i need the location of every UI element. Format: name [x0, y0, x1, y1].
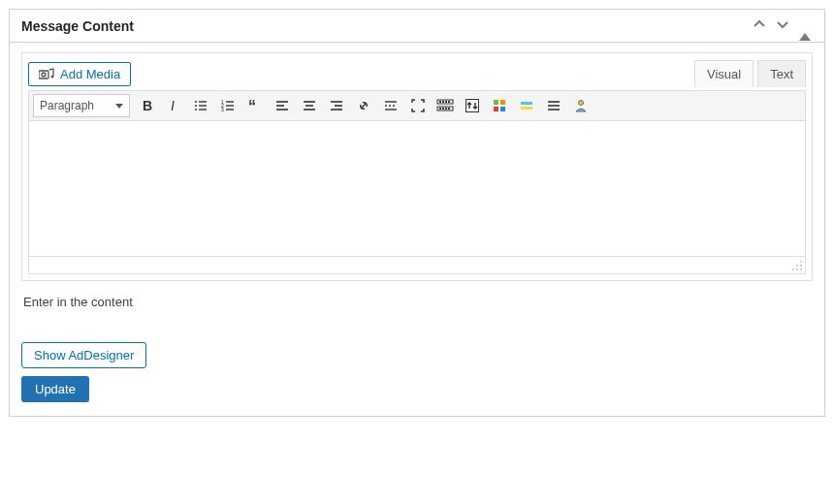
bold-icon: B: [140, 99, 153, 112]
fullscreen-button[interactable]: [407, 95, 429, 116]
editor-mode-tabs: Visual Text: [694, 59, 806, 86]
svg-text:“: “: [248, 98, 256, 114]
svg-rect-33: [445, 101, 447, 103]
update-button[interactable]: Update: [21, 376, 89, 402]
resize-grip-icon: [791, 260, 803, 271]
move-down-button[interactable]: [774, 16, 791, 36]
justify-button[interactable]: [543, 95, 564, 116]
svg-point-52: [796, 265, 798, 267]
editor-content-area[interactable]: [28, 121, 806, 257]
svg-point-56: [800, 268, 802, 270]
message-content-metabox: Message Content: [9, 9, 825, 417]
metabox-header-actions: [751, 16, 813, 36]
svg-text:3: 3: [221, 107, 224, 112]
svg-rect-46: [521, 107, 532, 110]
metabox-body: Add Media Visual Text Paragraph B I: [10, 43, 824, 416]
metabox-header: Message Content: [10, 10, 824, 43]
svg-point-1: [42, 73, 46, 77]
svg-rect-36: [439, 108, 441, 110]
svg-point-5: [195, 101, 197, 103]
svg-text:I: I: [171, 98, 175, 113]
svg-point-53: [800, 265, 802, 267]
sort-button[interactable]: [462, 95, 483, 116]
chevron-down-icon: [776, 17, 789, 31]
svg-point-2: [51, 75, 54, 78]
fullscreen-icon: [411, 99, 425, 112]
blockquote-button[interactable]: “: [244, 95, 266, 116]
svg-rect-45: [521, 102, 532, 105]
format-select[interactable]: Paragraph: [33, 94, 130, 117]
bullet-list-icon: [194, 99, 208, 112]
tab-text[interactable]: Text: [757, 60, 806, 87]
svg-rect-43: [494, 107, 498, 111]
svg-rect-42: [500, 100, 505, 105]
help-text: Enter in the content: [23, 295, 811, 309]
triangle-up-icon: [799, 18, 811, 41]
svg-point-50: [579, 101, 584, 106]
link-button[interactable]: [353, 95, 374, 116]
align-right-icon: [330, 99, 343, 112]
editor-toolbar: Paragraph B I 123 “: [28, 90, 806, 121]
add-media-button[interactable]: Add Media: [28, 62, 131, 86]
highlight-button[interactable]: [516, 95, 537, 116]
editor-statusbar: [28, 257, 806, 274]
italic-icon: I: [167, 99, 180, 112]
svg-rect-0: [39, 71, 48, 79]
toolbar-toggle-button[interactable]: [434, 95, 456, 116]
bold-button[interactable]: B: [136, 95, 157, 116]
svg-rect-44: [500, 107, 505, 111]
highlight-icon: [520, 99, 533, 112]
move-up-button[interactable]: [751, 16, 768, 36]
svg-rect-38: [445, 108, 447, 110]
editor-frame: Add Media Visual Text Paragraph B I: [21, 52, 813, 281]
user-button[interactable]: [570, 95, 592, 116]
svg-rect-37: [442, 108, 444, 110]
svg-point-55: [796, 268, 798, 270]
bullet-list-button[interactable]: [190, 95, 211, 116]
toggle-panel-button[interactable]: [797, 16, 813, 35]
justify-icon: [547, 99, 561, 112]
svg-point-7: [195, 105, 197, 107]
svg-rect-41: [494, 100, 498, 105]
numbered-list-icon: 123: [221, 99, 235, 112]
align-center-button[interactable]: [299, 95, 320, 116]
camera-music-icon: [39, 68, 54, 81]
toolbar-toggle-icon: [437, 99, 453, 112]
align-left-icon: [275, 99, 289, 112]
svg-rect-31: [439, 101, 441, 103]
svg-point-51: [800, 261, 802, 263]
show-addesigner-button[interactable]: Show AdDesigner: [21, 342, 146, 368]
add-media-label: Add Media: [60, 67, 120, 81]
blockquote-icon: “: [248, 99, 262, 112]
svg-text:B: B: [143, 98, 152, 113]
align-center-icon: [303, 99, 316, 112]
chevron-up-icon: [753, 17, 766, 31]
read-more-icon: [384, 99, 398, 112]
align-right-button[interactable]: [326, 95, 347, 116]
sort-icon: [465, 99, 479, 112]
svg-rect-34: [448, 101, 450, 103]
numbered-list-button[interactable]: 123: [217, 95, 239, 116]
color-swatches-icon: [493, 99, 506, 112]
link-icon: [357, 99, 370, 112]
svg-point-9: [195, 109, 197, 110]
align-left-button[interactable]: [272, 95, 293, 116]
svg-rect-32: [442, 101, 444, 103]
format-select-value: Paragraph: [40, 99, 94, 112]
tab-visual[interactable]: Visual: [694, 60, 754, 87]
italic-button[interactable]: I: [163, 95, 184, 116]
resize-handle[interactable]: [791, 260, 803, 271]
color-swatches-button[interactable]: [489, 95, 510, 116]
svg-rect-39: [448, 108, 450, 110]
metabox-title: Message Content: [21, 18, 134, 34]
user-icon: [574, 99, 588, 112]
chevron-down-icon: [115, 104, 123, 109]
svg-point-54: [792, 268, 794, 270]
read-more-button[interactable]: [380, 95, 401, 116]
editor-top-bar: Add Media Visual Text: [22, 53, 812, 86]
svg-rect-40: [466, 100, 479, 112]
